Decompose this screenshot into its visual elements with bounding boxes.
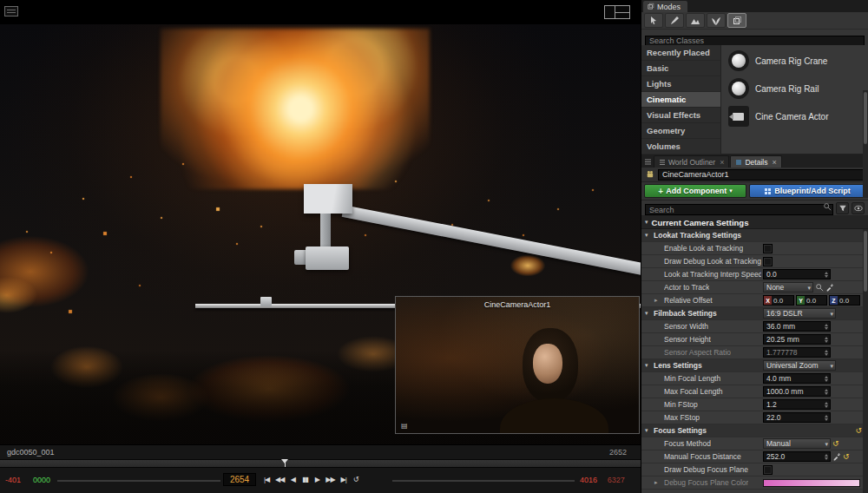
category-basic[interactable]: Basic xyxy=(641,61,720,76)
category-visual-effects[interactable]: Visual Effects xyxy=(641,108,720,123)
spinner-icon[interactable] xyxy=(824,322,829,331)
tab-details[interactable]: Details × xyxy=(730,155,781,168)
axis-x-field[interactable]: X0.0 xyxy=(763,295,794,306)
color-swatch[interactable] xyxy=(763,479,860,487)
fast-backward-button[interactable]: ◀◀ xyxy=(273,472,286,487)
checkbox[interactable] xyxy=(763,465,773,475)
expander-icon[interactable]: ▾ xyxy=(645,310,648,317)
classes-scrollbar[interactable] xyxy=(863,90,868,198)
checkbox[interactable] xyxy=(763,257,773,266)
eyedropper-icon[interactable] xyxy=(825,283,834,292)
modes-toolbar xyxy=(641,12,868,30)
add-component-button[interactable]: + Add Component ▾ xyxy=(644,184,746,198)
close-tab-icon[interactable]: × xyxy=(772,158,776,167)
visibility-eye-icon[interactable] xyxy=(852,202,865,214)
viewport-menu-icon[interactable] xyxy=(4,6,18,16)
placement-item-cine-camera-actor[interactable]: Cine Camera Actor xyxy=(721,102,868,130)
mode-place-button[interactable] xyxy=(644,13,663,28)
dropdown-none[interactable]: None xyxy=(763,282,813,293)
spinner-icon[interactable] xyxy=(824,387,829,396)
spinner-icon[interactable] xyxy=(824,348,829,357)
property-label: Lens Settings xyxy=(654,361,702,370)
spinner-icon[interactable] xyxy=(824,335,829,344)
expander-icon[interactable]: ▾ xyxy=(645,362,648,369)
dropdown-universal-zoom[interactable]: Universal Zoom xyxy=(763,360,836,371)
mode-paint-button[interactable] xyxy=(665,13,684,28)
tab-modes[interactable]: Modes xyxy=(643,1,687,12)
spinner-icon[interactable] xyxy=(824,400,829,409)
go-to-front-button[interactable]: |◀ xyxy=(260,472,273,487)
component-buttons-row: + Add Component ▾ Blueprint/Add Script xyxy=(641,182,868,200)
row-filmback-settings[interactable]: ▾Filmback Settings16:9 DSLR xyxy=(641,307,868,320)
spinner-icon[interactable] xyxy=(824,413,829,422)
section-current-camera-settings[interactable]: ▾ Current Camera Settings xyxy=(641,216,868,229)
search-icon[interactable] xyxy=(815,283,824,292)
filter-icon[interactable] xyxy=(836,202,849,214)
range-track[interactable] xyxy=(392,480,575,482)
value-field[interactable]: 4.0 mm xyxy=(763,373,831,384)
playhead-marker[interactable] xyxy=(285,460,286,467)
reset-to-default-icon[interactable]: ↺ xyxy=(843,451,850,462)
value-field[interactable]: 1.2 xyxy=(763,399,831,410)
mode-foliage-button[interactable] xyxy=(707,13,726,28)
eyedropper-icon[interactable] xyxy=(832,452,841,461)
row-focus-settings[interactable]: ▾Focus Settings↺ xyxy=(641,424,868,437)
play-button[interactable]: ▶ xyxy=(311,472,323,487)
details-scrollbar[interactable] xyxy=(863,229,868,493)
mode-landscape-button[interactable] xyxy=(686,13,705,28)
value-field[interactable]: 20.25 mm xyxy=(763,334,831,345)
actor-name-field[interactable] xyxy=(658,169,865,181)
fast-forward-button[interactable]: ▶▶ xyxy=(323,472,337,487)
placement-item-camera-rig-crane[interactable]: Camera Rig Crane xyxy=(721,47,868,75)
timeline-scrubber[interactable] xyxy=(0,459,641,468)
step-backward-button[interactable]: ◀ xyxy=(286,472,299,487)
value-field[interactable]: 36.0 mm xyxy=(763,321,831,332)
expander-icon[interactable]: ▸ xyxy=(654,479,658,486)
value-field[interactable]: 252.0 xyxy=(763,451,831,462)
tab-world-outliner[interactable]: World Outliner × xyxy=(654,155,729,168)
range-track[interactable] xyxy=(57,480,220,482)
value-field[interactable]: 22.0 xyxy=(763,412,831,423)
category-geometry[interactable]: Geometry xyxy=(641,123,720,139)
expander-icon[interactable]: ▸ xyxy=(654,297,658,304)
details-search-input[interactable] xyxy=(645,204,833,215)
reset-to-default-icon[interactable]: ↺ xyxy=(832,438,839,449)
range-zero-frame: 0000 xyxy=(33,476,50,484)
scene-render[interactable]: CineCameraActor1 ▤ xyxy=(0,24,641,444)
placement-item-camera-rig-rail[interactable]: Camera Rig Rail xyxy=(721,75,868,102)
category-recently-placed[interactable]: Recently Placed xyxy=(641,45,720,61)
dropdown-16-9-dslr[interactable]: 16:9 DSLR xyxy=(763,308,836,319)
loop-button[interactable]: ↺ xyxy=(350,472,362,487)
axis-y-field[interactable]: Y0.0 xyxy=(796,295,827,306)
spinner-icon[interactable] xyxy=(824,452,829,461)
spinner-icon[interactable] xyxy=(824,270,829,279)
tab-well-icon[interactable] xyxy=(641,156,654,168)
category-cinematic[interactable]: Cinematic xyxy=(641,92,720,108)
mode-geometry-button[interactable] xyxy=(727,13,746,28)
go-to-end-button[interactable]: ▶| xyxy=(338,472,350,487)
expander-icon[interactable]: ▾ xyxy=(645,232,648,239)
viewport-layout-icon[interactable] xyxy=(604,5,630,19)
checkbox[interactable] xyxy=(763,244,773,253)
property-label: Sensor Width xyxy=(664,322,708,331)
spinner-icon[interactable] xyxy=(824,374,829,383)
reset-to-default-icon[interactable]: ↺ xyxy=(855,425,862,436)
axis-z-field[interactable]: Z0.0 xyxy=(829,295,860,306)
value-field[interactable]: 0.0 xyxy=(763,269,831,279)
property-label: Look at Tracking Interp Speed xyxy=(664,270,761,279)
category-volumes[interactable]: Volumes xyxy=(641,139,720,154)
row-lookat-tracking-settings[interactable]: ▾Lookat Tracking Settings xyxy=(641,229,868,242)
value-field[interactable]: 1000.0 mm xyxy=(763,386,831,397)
value-field[interactable]: 1.777778 xyxy=(763,347,831,358)
total-frames: 2652 xyxy=(609,448,627,457)
expander-icon[interactable]: ▾ xyxy=(645,427,648,434)
dropdown-manual[interactable]: Manual xyxy=(763,438,831,449)
row-lens-settings[interactable]: ▾Lens SettingsUniversal Zoom xyxy=(641,359,868,372)
close-tab-icon[interactable]: × xyxy=(720,158,724,167)
category-lights[interactable]: Lights xyxy=(641,76,720,92)
blueprint-label: Blueprint/Add Script xyxy=(774,187,851,195)
blueprint-add-script-button[interactable]: Blueprint/Add Script xyxy=(749,184,865,198)
pause-button[interactable]: ▮▮ xyxy=(299,472,311,487)
current-frame-field[interactable]: 2654 xyxy=(223,473,256,486)
level-viewport[interactable]: CineCameraActor1 ▤ gdc0050_001 2652 -401… xyxy=(0,0,641,493)
